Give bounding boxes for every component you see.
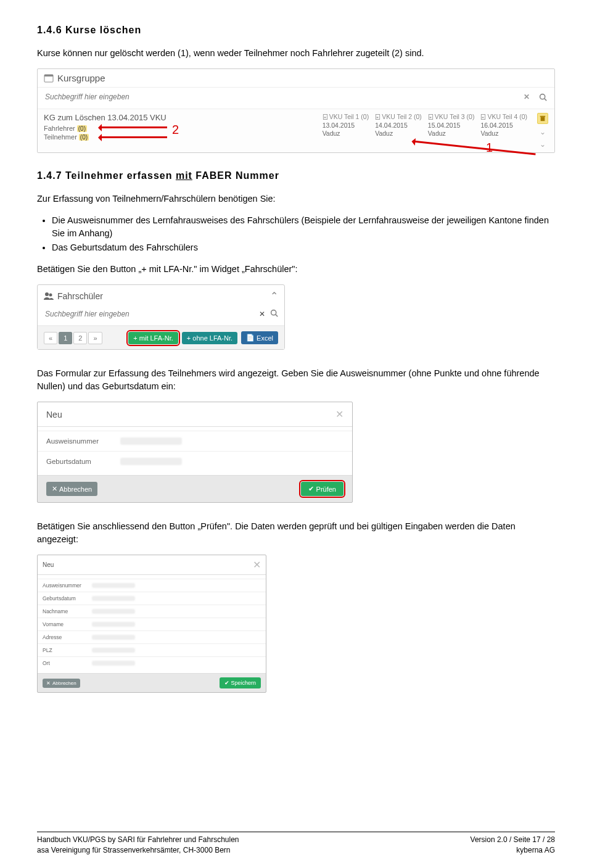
ausweisnummer-value[interactable] (120, 437, 182, 445)
speichern-button[interactable]: ✔ Speichern (220, 677, 261, 688)
geburtsdatum-label: Geburtsdatum (46, 458, 120, 465)
svg-point-15 (49, 293, 52, 296)
collapse-icon[interactable]: ⌃ (270, 290, 278, 302)
footer-right-2: kyberna AG (471, 845, 555, 856)
footer-right-1: Version 2.0 / Seite 17 / 28 (471, 835, 555, 845)
page-2[interactable]: 2 (73, 332, 87, 344)
svg-rect-9 (430, 117, 432, 118)
screenshot-kursgruppe: Kursgruppe ✕ KG zum Löschen 13.04.2015 V… (37, 68, 555, 153)
intro-147: Zur Erfassung von Teilnehmern/Fahrschüle… (37, 192, 555, 205)
para-modal2: Betätigen Sie anschliessend den Button „… (37, 520, 555, 546)
annotation-arrow-2b (99, 136, 167, 138)
ausweisnummer-label: Ausweisnummer (46, 437, 120, 445)
modal2-title: Neu (43, 561, 54, 568)
svg-rect-1 (44, 75, 53, 76)
svg-rect-7 (377, 117, 379, 118)
svg-line-17 (276, 315, 278, 316)
screenshot-fahrschueler-widget: Fahrschüler ⌃ ✕ « 1 2 » + mit LFA-Nr. + … (37, 284, 285, 350)
calendar-icon (44, 73, 54, 83)
geburtsdatum-value[interactable] (120, 458, 182, 465)
course-title: KG zum Löschen 13.04.2015 VKU (44, 113, 166, 122)
kursgruppe-title: Kursgruppe (57, 73, 105, 83)
mit-lfa-button[interactable]: + mit LFA-Nr. (128, 332, 178, 344)
footer-left-1: Handbuch VKU/PGS by SARI für Fahrlehrer … (37, 835, 239, 845)
page-prev[interactable]: « (44, 332, 57, 344)
chevron-down-icon[interactable]: ⌄ (540, 128, 546, 136)
screenshot-neu-modal: Neu✕ Ausweisnummer Geburtsdatum ✕ Abbrec… (37, 402, 353, 503)
close-icon[interactable]: ✕ (253, 559, 261, 571)
pruefen-button[interactable]: ✔ Prüfen (301, 482, 343, 496)
excel-button[interactable]: 📄 Excel (241, 331, 278, 344)
users-icon (44, 291, 54, 301)
svg-point-2 (540, 94, 545, 99)
page-footer: Handbuch VKU/PGS by SARI für Fahrlehrer … (37, 832, 555, 856)
svg-rect-11 (482, 117, 484, 118)
search-icon[interactable] (537, 91, 548, 102)
svg-rect-12 (541, 117, 545, 122)
fahrlehrer-count: Fahrlehrer (0) (44, 125, 166, 132)
kursgruppe-search-input[interactable] (44, 92, 516, 102)
close-icon[interactable]: ✕ (335, 408, 343, 420)
abbrechen-button[interactable]: ✕ Abbrechen (43, 679, 80, 688)
clear-icon[interactable]: ✕ (521, 91, 532, 102)
bullets-147: Die Ausweisnummer des Lernfahrausweises … (52, 214, 555, 254)
search-icon[interactable] (270, 309, 278, 319)
annotation-number-1: 1 (486, 141, 493, 155)
pagination: « 1 2 » (44, 332, 102, 344)
screenshot-neu-modal-filled: Neu✕ Ausweisnummer Geburtsdatum Nachname… (37, 555, 266, 693)
svg-point-16 (271, 310, 276, 315)
para-modal1: Das Formular zur Erfassung des Teilnehme… (37, 367, 555, 393)
svg-rect-13 (540, 116, 545, 117)
clear-icon[interactable]: ✕ (259, 310, 265, 318)
fahrschueler-title: Fahrschüler (57, 291, 103, 301)
svg-point-14 (45, 292, 49, 296)
fahrschueler-search-input[interactable] (44, 309, 254, 319)
chevron-down-icon[interactable]: ⌄ (540, 140, 546, 149)
ohne-lfa-button[interactable]: + ohne LFA-Nr. (182, 332, 237, 344)
page-1[interactable]: 1 (59, 332, 72, 344)
page-next[interactable]: » (88, 332, 102, 344)
action-147: Betätigen Sie den Button „+ mit LFA-Nr."… (37, 263, 555, 276)
annotation-number-2: 2 (172, 123, 179, 137)
modal-title: Neu (46, 410, 62, 420)
heading-147: 1.4.7 Teilnehmer erfassen mit FABER Numm… (37, 170, 555, 181)
footer-left-2: asa Vereinigung für Strassenverkehrsämte… (37, 845, 239, 856)
heading-146: 1.4.6 Kurse löschen (37, 25, 555, 36)
para-146: Kurse können nur gelöscht werden (1), we… (37, 47, 555, 60)
svg-line-3 (544, 98, 546, 100)
abbrechen-button[interactable]: ✕ Abbrechen (46, 482, 97, 496)
annotation-arrow-2 (99, 126, 167, 128)
svg-rect-5 (324, 117, 326, 118)
delete-course-button[interactable] (537, 113, 548, 124)
